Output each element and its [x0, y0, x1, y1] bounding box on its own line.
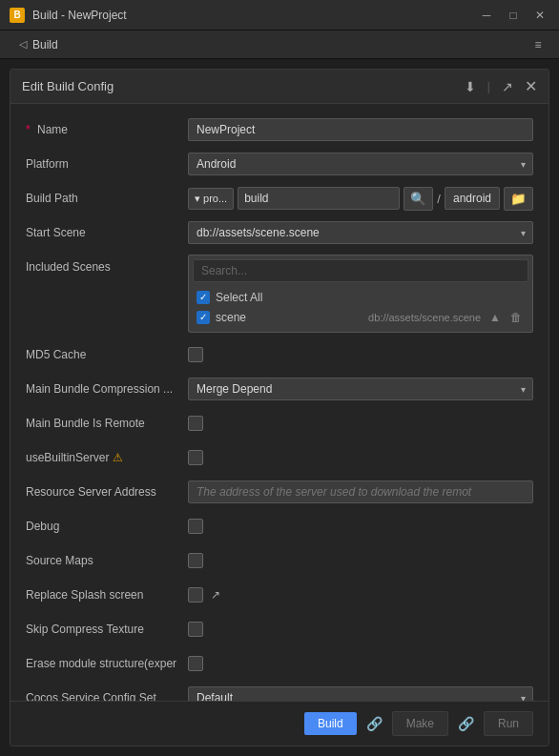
header-divider: | — [487, 79, 490, 93]
source-maps-row: Source Maps — [26, 548, 533, 573]
main-area: Edit Build Config ⬇ | ↗ ✕ * Name — [0, 59, 559, 756]
close-window-button[interactable]: ✕ — [530, 6, 549, 25]
source-maps-label: Source Maps — [26, 554, 188, 567]
title-bar-controls: ─ □ ✕ — [477, 6, 549, 25]
path-android-label: android — [445, 187, 500, 210]
main-bundle-remote-row: Main Bundle Is Remote — [26, 411, 533, 436]
scene-delete-button[interactable]: 🗑 — [507, 310, 525, 325]
main-bundle-remote-label: Main Bundle Is Remote — [26, 417, 188, 430]
splash-screen-checkbox[interactable] — [188, 587, 203, 603]
path-prefix-button[interactable]: ▾ pro... — [188, 188, 234, 210]
name-row: * Name — [26, 117, 533, 142]
title-bar: B Build - NewProject ─ □ ✕ — [0, 0, 559, 31]
panel-title: Edit Build Config — [22, 79, 114, 93]
start-scene-control: db://assets/scene.scene ▾ — [188, 221, 533, 244]
menu-overflow-button[interactable]: ≡ — [528, 35, 548, 54]
erase-module-checkbox[interactable] — [188, 656, 203, 671]
md5-cache-control — [188, 347, 533, 362]
builtin-server-control — [188, 450, 533, 465]
run-button[interactable]: Run — [484, 711, 533, 736]
footer-link-icon-1: 🔗 — [366, 716, 383, 731]
start-scene-select-wrapper: db://assets/scene.scene ▾ — [188, 221, 533, 244]
import-config-button[interactable]: ⬇ — [463, 77, 478, 96]
platform-row: Platform Android iOS ▾ — [26, 152, 533, 176]
menu-bar: ◁ Build ≡ — [0, 31, 559, 59]
scenes-container: ✓ Select All ✓ scene db://assets/scene.s… — [188, 255, 533, 333]
cocos-service-control: Default ▾ — [188, 686, 533, 701]
cocos-service-row: Cocos Service Config Set Default ▾ — [26, 685, 533, 701]
included-scenes-control: ✓ Select All ✓ scene db://assets/scene.s… — [188, 255, 533, 333]
compress-texture-row: Skip Compress Texture — [26, 617, 533, 642]
footer-link-icon-2: 🔗 — [458, 716, 474, 731]
main-bundle-compression-row: Main Bundle Compression ... Merge Depend… — [26, 377, 533, 401]
compression-select[interactable]: Merge Depend None — [188, 378, 533, 400]
restore-button[interactable]: □ — [504, 6, 523, 25]
minimize-button[interactable]: ─ — [477, 6, 496, 25]
splash-screen-row: Replace Splash screen ↗ — [26, 582, 533, 607]
build-button[interactable]: Build — [304, 712, 357, 735]
menu-build[interactable]: ◁ Build — [11, 31, 66, 59]
scene-up-button[interactable]: ▲ — [487, 310, 504, 325]
path-folder-button[interactable]: 📁 — [504, 187, 533, 211]
make-button[interactable]: Make — [392, 711, 448, 736]
splash-screen-link-icon[interactable]: ↗ — [211, 588, 220, 602]
scene-checkbox[interactable]: ✓ — [197, 311, 210, 324]
splash-screen-label: Replace Splash screen — [26, 588, 188, 602]
splash-checkbox-link: ↗ — [188, 587, 533, 603]
build-path-control: ▾ pro... 🔍 / android 📁 — [188, 187, 533, 211]
source-maps-checkbox[interactable] — [188, 553, 203, 568]
scene-name: scene — [216, 311, 362, 324]
builtin-server-label-icon: useBuiltinServer ⚠ — [26, 451, 178, 464]
main-bundle-remote-control — [188, 416, 533, 431]
scene-check: ✓ — [199, 313, 207, 322]
select-all-checkbox[interactable]: ✓ — [197, 291, 210, 304]
compression-select-wrapper: Merge Depend None ▾ — [188, 378, 533, 400]
path-prefix-label: ▾ pro... — [195, 193, 227, 205]
debug-control — [188, 519, 533, 534]
scene-actions: ▲ 🗑 — [487, 310, 525, 325]
platform-select[interactable]: Android iOS — [188, 153, 533, 175]
name-label: * Name — [26, 123, 188, 136]
platform-control: Android iOS ▾ — [188, 153, 533, 175]
cocos-service-select-wrapper: Default ▾ — [188, 686, 533, 701]
cocos-service-select[interactable]: Default — [188, 686, 533, 701]
erase-module-control — [188, 656, 533, 671]
included-scenes-label: Included Scenes — [26, 255, 188, 274]
app-icon: B — [10, 8, 25, 23]
name-input[interactable] — [188, 118, 533, 141]
panel-header: Edit Build Config ⬇ | ↗ ✕ — [10, 70, 549, 104]
erase-module-row: Erase module structure(exper — [26, 651, 533, 676]
md5-cache-row: MD5 Cache — [26, 342, 533, 367]
export-config-button[interactable]: ↗ — [500, 77, 515, 96]
path-separator: / — [437, 192, 441, 206]
resource-server-row: Resource Server Address — [26, 480, 533, 504]
builtin-server-row: useBuiltinServer ⚠ — [26, 445, 533, 470]
platform-select-wrapper: Android iOS ▾ — [188, 153, 533, 175]
close-panel-button[interactable]: ✕ — [525, 79, 537, 94]
build-config-panel: Edit Build Config ⬇ | ↗ ✕ * Name — [10, 69, 549, 746]
scenes-search-input[interactable] — [193, 259, 528, 282]
compress-texture-label: Skip Compress Texture — [26, 623, 188, 636]
resource-server-input[interactable] — [188, 480, 533, 503]
required-star: * — [26, 123, 31, 136]
path-search-button[interactable]: 🔍 — [404, 187, 433, 211]
scene-path: db://assets/scene.scene — [368, 312, 481, 323]
platform-label: Platform — [26, 157, 188, 171]
start-scene-select[interactable]: db://assets/scene.scene — [188, 221, 533, 244]
name-control — [188, 118, 533, 141]
compress-texture-control — [188, 622, 533, 637]
build-path-row: Build Path ▾ pro... 🔍 / android 📁 — [26, 186, 533, 211]
md5-cache-checkbox[interactable] — [188, 347, 203, 362]
start-scene-row: Start Scene db://assets/scene.scene ▾ — [26, 220, 533, 245]
compress-texture-checkbox[interactable] — [188, 622, 203, 637]
build-path-input[interactable] — [238, 187, 400, 210]
builtin-server-label: useBuiltinServer ⚠ — [26, 451, 188, 464]
select-all-check: ✓ — [199, 293, 207, 302]
builtin-server-checkbox[interactable] — [188, 450, 203, 465]
main-bundle-remote-checkbox[interactable] — [188, 416, 203, 431]
scene-item-row: ✓ scene db://assets/scene.scene ▲ 🗑 — [193, 307, 528, 328]
panel-header-actions: ⬇ | ↗ ✕ — [463, 77, 537, 96]
debug-checkbox[interactable] — [188, 519, 203, 534]
cocos-service-label: Cocos Service Config Set — [26, 691, 188, 701]
select-all-row: ✓ Select All — [193, 288, 528, 307]
